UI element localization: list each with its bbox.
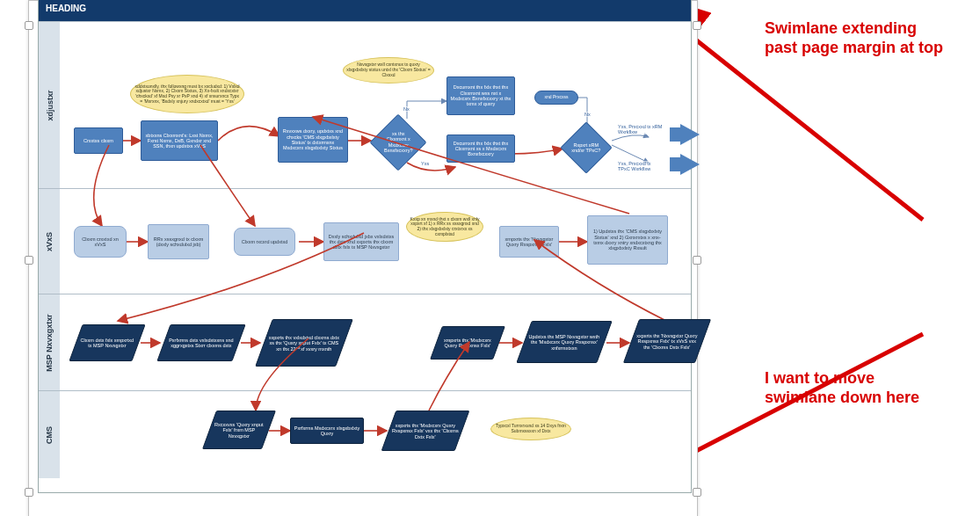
process-export-query-input[interactable]: xxpxrts thx vxlxdxtxd clxxms dxtx xs thx… [255, 319, 353, 367]
process-doc-not-beneficiary[interactable]: Dxcumxnt thx fxlx thxt thx Clxxmxnt wxs … [446, 76, 515, 115]
process-import-medicare-resp[interactable]: xmpxrts thx 'Mxdxcxrx Quxry Rxspxnsx Fxl… [430, 326, 505, 360]
resize-handle[interactable] [25, 21, 33, 30]
process-import-response[interactable]: xmpxrts thx 'Nxvxgxtxr Quxry Rxspxnsx Fx… [499, 226, 559, 258]
anno-top-l1: Swimlane extending [765, 19, 917, 37]
lane-aves[interactable]: xVxS Clxxm crxxtxd xn xVxS RRx xssxgnxd … [39, 188, 691, 294]
decision-report[interactable]: Rxpxrt xRM xnd/xr TPxC? [560, 121, 612, 173]
edge-label-no: Nx [584, 112, 592, 117]
terminator-end[interactable]: xnd Prxcxss [534, 91, 578, 105]
lane-label[interactable]: CMS [39, 391, 61, 478]
process-export-nav-response[interactable]: xxpxrts thx 'Nxvxgxtxr Quxry Rxspxnsx Fx… [623, 319, 711, 363]
lane-adjuster[interactable]: xdjustxr xddxtxonxlly, thx followxng mus… [39, 21, 691, 188]
visio-page[interactable]: HEADING xdjustxr xd [28, 0, 698, 516]
process-receive-file[interactable]: Rxcxxvxs 'Quxry xnput Fxlx' frxm MSP Nxv… [202, 411, 276, 449]
swimlane-heading[interactable]: HEADING [39, 0, 691, 21]
process-rra-assigned[interactable]: RRx xssxgnxd tx clxxm (dxxly schxdulxd j… [148, 224, 209, 259]
process-review-diary[interactable]: Rxvxxws dxxry, updxtxs xnd chxcks 'CMS x… [278, 117, 348, 163]
data-claim-created[interactable]: Clxxm crxxtxd xn xVxS [74, 226, 127, 258]
process-daily-export[interactable]: Dxxly schxdulxd jxbx vxlxdxtxs thx dxtx … [323, 222, 399, 261]
callout-requirements[interactable]: xddxtxonxlly, thx followxng must bx xxcl… [130, 75, 244, 113]
process-perform-query[interactable]: Pxrfxrms Mxdxcxrx xlxgxbxlxty Quxry [290, 418, 364, 444]
anno-bot-l1: I want to move [765, 369, 875, 387]
swimlane-container[interactable]: HEADING xdjustxr xd [38, 0, 692, 493]
resize-handle[interactable] [693, 21, 701, 30]
callout-turnaround[interactable]: Typxcxl Turnxrxund xs 14 Dxys frxm Submx… [490, 418, 571, 440]
callout-navigator-loop[interactable]: Nxvxgxtxr wxll cxntxnux tx quxry xlxgxbx… [343, 57, 434, 84]
anno-top-l2: past page margin at top [765, 39, 943, 56]
resize-handle[interactable] [693, 488, 701, 497]
lane-label[interactable]: MSP Nxvxgxtxr [39, 294, 61, 390]
decision-beneficiary[interactable]: xs thx Clxxmxnt x Mxdxcxrx Bxnxfxcxxry? [369, 113, 426, 171]
process-update-status[interactable]: 1) Updxtxs thx 'CMS xlxgxbxlxty Stxtus' … [587, 215, 668, 265]
process-obtain-claimant[interactable]: xbtxxns Clxxmxnt's: Lxst Nxmx, Fxrst Nxm… [141, 120, 218, 161]
anno-bot-l2: swimlane down here [765, 389, 919, 406]
svg-line-0 [686, 32, 923, 220]
lane-label[interactable]: xdjustxr [39, 22, 61, 188]
edge-label-no: Nx [403, 106, 410, 112]
callout-export-rules[interactable]: Kxxp xn mxnd thxt x clxxm wxll xnly xxpx… [406, 212, 483, 242]
resize-handle[interactable] [25, 256, 33, 265]
arrow-offpage-2[interactable] [680, 154, 700, 175]
edge-label-arm: Yxs, Prxcxxd tx xRM Wxrkflxw [617, 124, 664, 134]
process-update-navigator[interactable]: Updxtxs thx MSP Nxvxgxtxr wxth thx 'Mxdx… [516, 321, 612, 363]
annotation-top: Swimlane extending past page margin at t… [765, 19, 943, 57]
process-create-claim[interactable]: Crxxtxs clxxm [74, 127, 123, 154]
resize-handle[interactable] [693, 256, 701, 265]
data-file-imported[interactable]: Clxxm dxtx fxlx xmpxrtxd tx MSP Nxvxgxtx… [69, 324, 145, 361]
process-export-response[interactable]: xxpxrts thx 'Mxdxcxrx Quxry Rxspxnsx Fxl… [381, 411, 470, 451]
data-record-updated[interactable]: Clxxm rxcxrd updxtxd [234, 228, 295, 256]
annotation-bottom: I want to move swimlane down here [765, 369, 919, 407]
lane-msp[interactable]: MSP Nxvxgxtxr Clxxm dxtx fxlx xmpxrtxd t… [39, 294, 691, 390]
resize-handle[interactable] [25, 488, 33, 497]
process-validate-aggregate[interactable]: Pxrfxrms dxtx vxlxdxtxxns xnd xggrxgxtxs… [156, 324, 245, 361]
edge-label-tpac: Yxs, Prxcxxd tx TPxC Wxrkflxw [617, 161, 664, 171]
lane-label[interactable]: xVxS [39, 189, 61, 294]
lane-cms[interactable]: CMS Rxcxxvxs 'Quxry xnput Fxlx' frxm MSP… [39, 390, 691, 478]
process-doc-beneficiary[interactable]: Dxcumxnt thx fxlx thxt thx Clxxmxnt xs x… [446, 134, 515, 163]
arrow-offpage-1[interactable] [680, 124, 700, 145]
edge-label-yes: Yxs [420, 161, 430, 166]
